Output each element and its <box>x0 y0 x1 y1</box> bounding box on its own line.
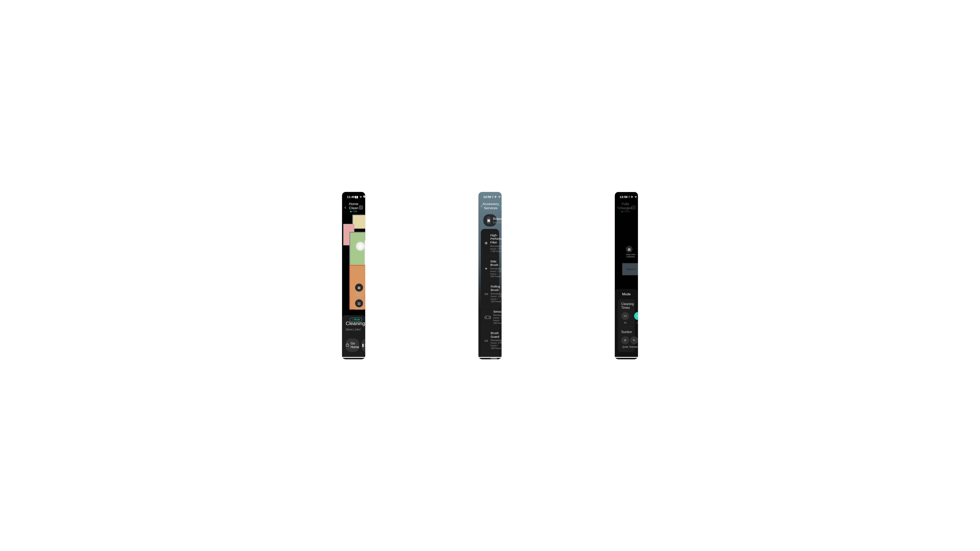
status-time: 13:59 <box>483 195 491 198</box>
status-time: 13:58 <box>620 195 627 198</box>
more-dots-icon: ••• <box>499 204 502 208</box>
svg-rect-7 <box>621 211 623 212</box>
cellular-icon: ▮▮ <box>355 195 358 198</box>
cleaning-times-label: Cleaning Times <box>621 302 632 310</box>
airplane-icon: ✈ <box>631 195 633 198</box>
accessory-row-sensors[interactable]: (▢) Sensors Remaining hours: 178 hours /… <box>481 306 499 328</box>
back-button[interactable]: ‹ <box>344 205 349 210</box>
robot-position-icon <box>356 242 364 250</box>
device-battery: 72% <box>349 210 358 213</box>
screen-mode-sheet: 13:58 ☾ ✈ 72 ‹ Fully charged 100% Kitche… <box>615 192 638 359</box>
app-header: ‹ Home Clean 72% <box>342 200 365 213</box>
pause-button[interactable]: ❚❚ Pause <box>361 338 365 352</box>
wifi-icon <box>634 196 637 198</box>
status-bar: 13:58 ☾ ✈ 72 <box>615 192 638 200</box>
settings-button[interactable] <box>632 205 636 209</box>
standard-icon: ↻ <box>633 338 635 342</box>
sheet-title: Mode <box>618 292 635 296</box>
svg-text:100: 100 <box>364 195 365 197</box>
app-header-dimmed: ‹ Fully charged 100% <box>615 200 638 213</box>
quiet-icon: ⊖ <box>624 338 626 342</box>
mode-button[interactable]: ⌂ Mode <box>350 318 362 322</box>
screen-home-clean: 11:40 ▮▮ 100 ‹ Home Clean 72% <box>342 192 365 359</box>
airplane-icon: ✈ <box>494 195 497 198</box>
back-button[interactable]: ‹ <box>481 203 482 208</box>
battery-icon: 100 <box>363 195 365 198</box>
side-brush-icon: ✶ <box>485 265 488 272</box>
page-title: Accessory Services <box>482 202 499 210</box>
page-title: Fully charged <box>619 202 632 210</box>
home-indicator[interactable] <box>478 357 501 358</box>
sensors-icon: (▢) <box>485 314 491 321</box>
home-icon <box>346 343 349 347</box>
accessory-row-filter[interactable]: ❉ High-Performance Filter Remaining hour… <box>481 230 499 256</box>
back-button[interactable]: ‹ <box>617 205 619 210</box>
cleaning-times-x2[interactable]: ×2 x2 <box>634 312 638 324</box>
home-indicator[interactable] <box>342 357 365 358</box>
status-bar: 11:40 ▮▮ 100 <box>342 192 365 200</box>
home-indicator[interactable] <box>615 357 638 358</box>
settings-button[interactable] <box>358 205 363 209</box>
cleaning-stats: 26min | 14m² <box>346 328 361 331</box>
device-name: Robovac <box>493 217 501 221</box>
deep-dust-icon: ▦ <box>628 247 631 251</box>
floor-map[interactable]: Living Room ▦ Deep Dust Collection ▧ Edi… <box>342 215 365 313</box>
device-thumb-icon: ▣ <box>487 216 490 224</box>
status-bar: 13:59 ☾ ✈ 72 <box>478 192 501 200</box>
rolling-brush-icon: ▭ <box>485 290 488 297</box>
room-bathroom: Bathroom <box>622 263 638 275</box>
status-card: ⌂ Mode Cleaning 26min | 14m² Go Home ❚❚ … <box>342 315 365 359</box>
dnd-moon-icon: ☾ <box>628 195 631 198</box>
cleaning-times-x1[interactable]: ×1 x1 <box>621 312 629 324</box>
svg-rect-8 <box>623 211 624 212</box>
suction-standard[interactable]: ↻ Standard <box>629 336 638 348</box>
map-icon: ▧ <box>358 301 361 305</box>
app-header: ‹ Accessory Services ••• <box>478 200 501 210</box>
go-home-button[interactable]: Go Home <box>346 338 359 352</box>
accessory-row-brush-guard[interactable]: ▭ Brush Guard Remaining hours: 178 hours… <box>481 328 499 353</box>
accessory-row-rolling-brush[interactable]: ▭ Rolling Brush Remaining hours: 178 hou… <box>481 281 499 306</box>
gear-icon <box>359 205 363 209</box>
screen-accessory-services: 13:59 ☾ ✈ 72 ‹ Accessory Services ••• ▣ … <box>478 192 501 359</box>
wifi-icon <box>360 196 362 198</box>
status-time: 11:40 <box>347 195 355 198</box>
svg-rect-5 <box>352 211 352 212</box>
wifi-icon <box>498 196 501 198</box>
page-title: Home Clean <box>349 202 358 210</box>
suction-label: Suction <box>621 330 632 333</box>
pause-icon: ❚❚ <box>361 343 365 347</box>
deep-dust-button[interactable]: ▦ Deep Dust Collection <box>354 283 364 297</box>
accessory-list: ❉ High-Performance Filter Remaining hour… <box>481 229 499 359</box>
brush-guard-icon: ▭ <box>485 337 488 344</box>
accessory-row-side-brush[interactable]: ✶ Side Brush Remaining hours: 178 hours … <box>481 256 499 281</box>
lock-icon: ⌂ <box>352 318 353 321</box>
deep-dust-button[interactable]: ▦ Deep Dust Collection <box>626 246 636 258</box>
dnd-moon-icon: ☾ <box>492 195 494 198</box>
gear-icon <box>632 205 636 209</box>
edit-map-button[interactable]: ▧ Edit Map <box>355 299 363 310</box>
device-battery: 100% <box>619 210 632 213</box>
device-selector[interactable]: ▣ Robovac 3-in-1 E20 <box>483 214 496 226</box>
accessory-row-dust-bag[interactable]: ▣ Dust bag Remaining hours: 1678 hours /… <box>481 353 499 359</box>
filter-icon: ❉ <box>485 240 488 246</box>
suction-quiet[interactable]: ⊖ Quiet <box>621 336 629 348</box>
deep-dust-icon: ▦ <box>358 286 361 289</box>
svg-rect-4 <box>350 211 352 212</box>
mode-sheet: Mode Cleaning Times ×1 x1 ×2 x2 Suction … <box>615 289 638 359</box>
device-model: 3-in-1 E20 <box>493 221 501 224</box>
more-button[interactable]: ••• <box>499 204 502 208</box>
